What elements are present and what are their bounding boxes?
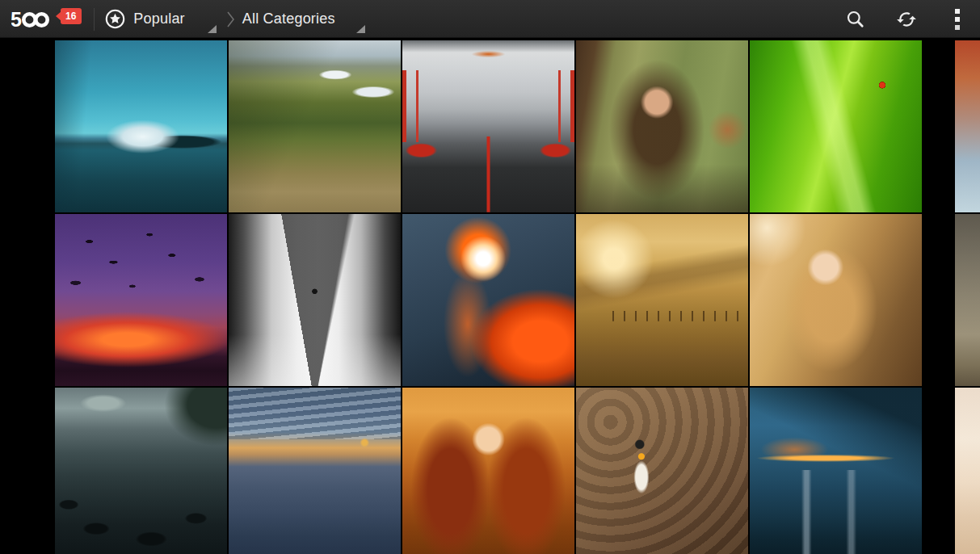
app-bar: 5 16 Popular All Categories (0, 0, 980, 38)
feed-filter-dropdown[interactable]: Popular (105, 0, 216, 38)
photo-thumbnail[interactable] (402, 40, 574, 212)
photo-thumbnail[interactable] (229, 40, 401, 212)
more-options-icon (954, 8, 961, 31)
category-dropdown[interactable]: All Categories (242, 0, 365, 38)
search-button[interactable] (843, 3, 868, 36)
photo-thumbnail[interactable] (402, 388, 574, 554)
refresh-icon (896, 9, 917, 30)
500px-logo-icon: 5 (11, 8, 52, 31)
500px-logo[interactable]: 5 (11, 8, 52, 31)
photo-thumbnail-partial[interactable] (955, 388, 980, 554)
svg-text:5: 5 (11, 8, 22, 31)
notification-badge: 16 (61, 8, 82, 24)
refresh-button[interactable] (894, 3, 919, 36)
breadcrumb-separator-icon (226, 7, 235, 31)
divider (94, 8, 95, 31)
photo-thumbnail[interactable] (576, 40, 748, 212)
photo-thumbnail-partial[interactable] (955, 40, 980, 212)
star-circle-icon (105, 9, 125, 29)
photo-thumbnail[interactable] (229, 388, 401, 554)
photo-thumbnail[interactable] (55, 388, 227, 554)
chevron-down-icon (356, 25, 365, 33)
photo-thumbnail[interactable] (229, 214, 401, 386)
photo-thumbnail-partial[interactable] (955, 214, 980, 386)
photo-row (55, 40, 980, 212)
photo-thumbnail[interactable] (576, 214, 748, 386)
photo-row (55, 214, 980, 386)
photo-thumbnail[interactable] (402, 214, 574, 386)
photo-thumbnail[interactable] (576, 388, 748, 554)
photo-thumbnail[interactable] (750, 388, 922, 554)
photo-thumbnail[interactable] (55, 40, 227, 212)
photo-thumbnail[interactable] (55, 214, 227, 386)
photo-thumbnail[interactable] (750, 214, 922, 386)
category-label: All Categories (242, 10, 335, 27)
photo-row (55, 388, 980, 554)
photo-thumbnail[interactable] (750, 40, 922, 212)
photo-grid (55, 40, 980, 554)
overflow-menu-button[interactable] (945, 3, 969, 36)
feed-filter-label: Popular (133, 10, 184, 27)
chevron-down-icon (208, 25, 217, 33)
search-icon (845, 9, 866, 30)
app-bar-actions (843, 3, 969, 36)
